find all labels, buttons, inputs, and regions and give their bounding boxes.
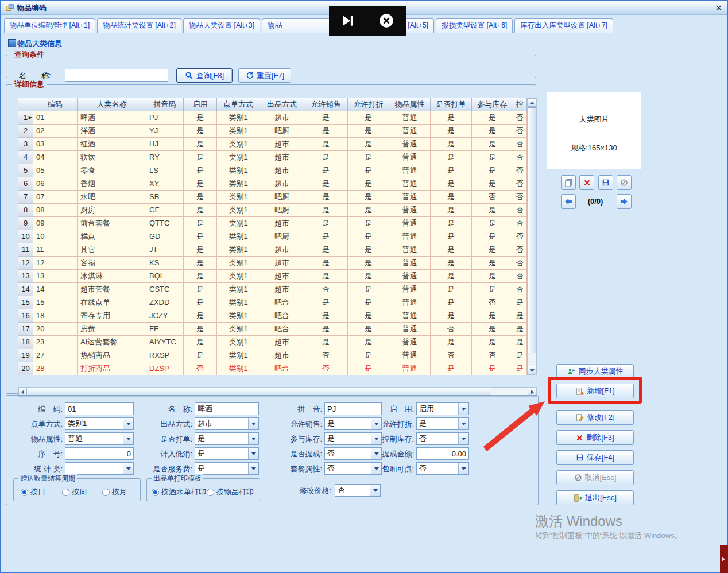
radio-option[interactable]: 按周 <box>62 487 87 497</box>
chevron-down-icon[interactable] <box>248 433 258 444</box>
table-row[interactable]: 404软饮RY是类别1超市是是普通是是否 <box>18 151 527 164</box>
table-row[interactable]: 606香烟XY是类别1超市是是普通是是否 <box>18 177 527 191</box>
window-close-button[interactable]: ✕ <box>715 3 722 12</box>
field-dropdown[interactable]: 启用 <box>416 402 469 415</box>
close-circle-icon[interactable] <box>378 13 394 29</box>
image-open-button[interactable] <box>561 175 576 190</box>
chevron-down-icon[interactable] <box>370 485 380 496</box>
column-header[interactable]: 控 <box>513 98 527 111</box>
field-input[interactable] <box>65 447 134 460</box>
image-cancel-button[interactable] <box>617 175 632 190</box>
table-row[interactable]: 1618寄存专用JCZY是类别1吧台是是普通是是是 <box>18 309 527 323</box>
field-dropdown[interactable] <box>65 462 134 475</box>
table-row[interactable]: 808厨房CF是类别1吧厨是是普通是是否 <box>18 204 527 217</box>
chevron-down-icon[interactable] <box>123 418 133 429</box>
delete-button[interactable]: 删除[F3] <box>556 430 634 445</box>
modify-price-dropdown[interactable]: 否 <box>335 484 381 497</box>
table-cell: 零食 <box>78 164 146 177</box>
field-input[interactable] <box>195 402 259 415</box>
next-image-button[interactable] <box>617 194 632 209</box>
table-cell: 是 <box>184 323 217 336</box>
chevron-down-icon[interactable] <box>123 463 133 474</box>
table-row[interactable]: 1111其它JT是类别1超市是是普通是是否 <box>18 243 527 257</box>
tab-7[interactable]: 库存出入库类型设置 [Alt+7] <box>514 18 613 33</box>
column-header[interactable]: 允许打折 <box>348 98 389 111</box>
chevron-down-icon[interactable] <box>458 403 468 415</box>
edit-button[interactable]: 修改[F2] <box>556 410 634 425</box>
corner-overlay-badge[interactable] <box>720 545 728 573</box>
field-dropdown[interactable]: 是 <box>195 432 259 445</box>
chevron-down-icon[interactable] <box>248 418 258 429</box>
prev-image-button[interactable] <box>561 194 576 209</box>
table-row[interactable]: 1720房费FF是类别1吧台是是普通否是是 <box>18 323 527 336</box>
table-row[interactable]: 505零食LS是类别1超市是是普通是是否 <box>18 164 527 177</box>
image-save-button[interactable] <box>598 175 613 190</box>
tab-3[interactable]: 物品大类设置 [Alt+3] <box>183 18 260 33</box>
field-input[interactable] <box>416 447 469 460</box>
field-dropdown[interactable]: 是 <box>195 462 259 475</box>
column-header[interactable]: 允许销售 <box>304 98 348 111</box>
row-number-cell: 6 <box>18 177 33 191</box>
table-row[interactable]: 1▶01啤酒PJ是类别1超市是是普通是是否 <box>18 111 527 125</box>
column-header[interactable]: 点单方式 <box>217 98 260 111</box>
column-header[interactable]: 拼音码 <box>146 98 184 111</box>
table-row[interactable]: 1313冰淇淋BQL是类别1超市是是普通是是否 <box>18 270 527 283</box>
table-row[interactable]: 2028打折商品DZSP否类别1吧台否是普通是是是 <box>18 362 527 375</box>
field-dropdown[interactable]: 类别1 <box>65 417 134 430</box>
table-vertical-scrollbar[interactable] <box>527 98 537 375</box>
table-row[interactable]: 1010糕点GD是类别1吧厨是是普通是是否 <box>18 230 527 243</box>
vertical-scroll-thumb[interactable] <box>528 107 536 353</box>
save-button[interactable]: 保存[F4] <box>556 450 634 465</box>
chevron-down-icon[interactable] <box>248 448 258 459</box>
scroll-up-button[interactable] <box>528 98 536 107</box>
table-cell: 是 <box>184 243 217 257</box>
table-cell: 否 <box>513 125 527 138</box>
table-row[interactable]: 1823AI运营套餐AIYYTC是类别1超市是是普通是是是 <box>18 336 527 349</box>
column-header[interactable]: 参与库存 <box>472 98 513 111</box>
chevron-down-icon[interactable] <box>458 418 468 429</box>
image-delete-button[interactable] <box>579 175 594 190</box>
table-row[interactable]: 202洋酒YJ是类别1吧厨是是普通是是否 <box>18 125 527 138</box>
column-header[interactable]: 是否打单 <box>431 98 472 111</box>
table-cell: 普通 <box>389 204 431 217</box>
column-header[interactable]: 启用 <box>184 98 217 111</box>
table-row[interactable]: 1212客损KS是类别1超市是是普通是是否 <box>18 257 527 270</box>
table-row[interactable]: 909前台套餐QTTC是类别1超市是是普通是是否 <box>18 217 527 230</box>
table-row[interactable]: 1414超市套餐CSTC是类别1超市否是普通是是否 <box>18 283 527 296</box>
exit-button[interactable]: 退出[Esc] <box>556 490 634 505</box>
chevron-down-icon[interactable] <box>458 463 468 474</box>
scroll-down-button[interactable] <box>528 366 536 374</box>
table-cell: 是 <box>304 323 348 336</box>
tab-6[interactable]: 报损类型设置 [Alt+6] <box>436 18 513 33</box>
table-cell: 类别1 <box>217 177 260 191</box>
column-header[interactable]: 物品属性 <box>389 98 431 111</box>
field-dropdown[interactable]: 否 <box>416 462 469 475</box>
chevron-down-icon[interactable] <box>458 433 468 444</box>
field-dropdown[interactable]: 超市 <box>195 417 259 430</box>
radio-option[interactable]: 按物品打印 <box>207 487 254 497</box>
skip-play-icon[interactable] <box>340 13 355 28</box>
field-input[interactable] <box>65 402 134 415</box>
column-header[interactable]: 大类名称 <box>78 98 146 111</box>
radio-option[interactable]: 按酒水单打印 <box>152 487 206 497</box>
table-cell: 02 <box>33 125 78 138</box>
chevron-down-icon[interactable] <box>248 463 258 474</box>
tab-1[interactable]: 物品单位编码管理 [Alt+1] <box>4 18 95 33</box>
radio-option[interactable]: 按月 <box>102 487 127 497</box>
field-dropdown[interactable]: 否 <box>416 432 469 445</box>
sync-category-attrs-button[interactable]: 同步大类属性 <box>556 364 634 379</box>
field-dropdown[interactable]: 是 <box>195 447 259 460</box>
column-header[interactable]: 出品方式 <box>260 98 304 111</box>
table-cell: 类别1 <box>217 336 260 349</box>
table-row[interactable]: 1927热销商品RXSP是类别1超市否是普通否否是 <box>18 349 527 362</box>
table-row[interactable]: 707水吧SB是类别1吧厨是是普通是否否 <box>18 191 527 204</box>
tab-2[interactable]: 物品统计类设置 [Alt+2] <box>97 18 181 33</box>
chevron-down-icon[interactable] <box>123 433 133 444</box>
add-button[interactable]: 新增[F1] <box>556 384 634 398</box>
field-dropdown[interactable]: 是 <box>416 417 469 430</box>
table-row[interactable]: 303红酒HJ是类别1超市是是普通是是否 <box>18 138 527 151</box>
field-dropdown[interactable]: 普通 <box>65 432 134 445</box>
table-row[interactable]: 1515在线点单ZXDD是类别1吧台是是普通是否是 <box>18 296 527 309</box>
radio-option[interactable]: 按日 <box>21 487 45 497</box>
column-header[interactable]: 编码 <box>33 98 78 111</box>
